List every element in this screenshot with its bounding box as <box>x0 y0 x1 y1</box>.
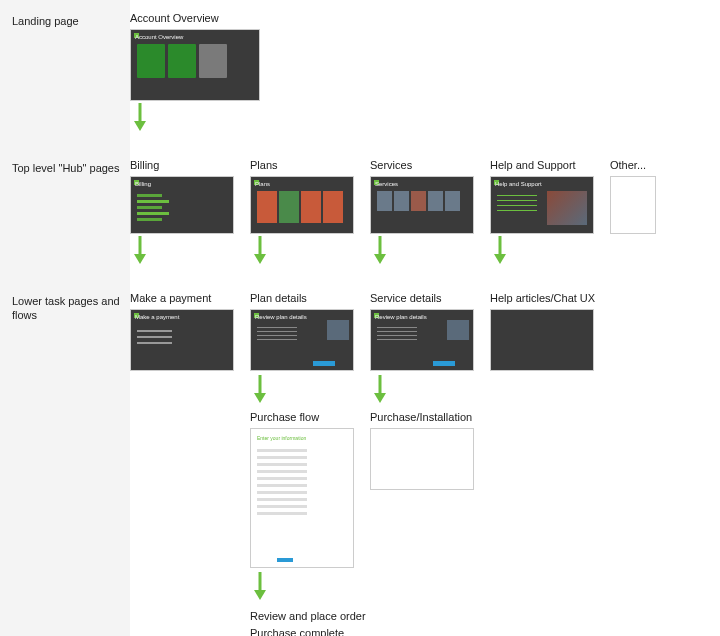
arrow-down-icon <box>250 236 270 264</box>
thumb-other <box>610 176 656 234</box>
thumb-payment: Make a payment <box>130 309 234 371</box>
thumb-billing: Billing <box>130 176 234 234</box>
svg-marker-15 <box>254 590 266 600</box>
task-purchase-install-title: Purchase/Installation <box>370 411 482 423</box>
row-label-hub: Top level "Hub" pages <box>0 147 130 280</box>
arrow-down-icon <box>250 375 270 403</box>
arrow-down-icon <box>130 236 150 264</box>
svg-marker-3 <box>134 254 146 264</box>
hub-services-title: Services <box>370 159 482 171</box>
thumb-help-articles <box>490 309 594 371</box>
svg-marker-13 <box>374 393 386 403</box>
hub-billing-title: Billing <box>130 159 242 171</box>
svg-marker-7 <box>374 254 386 264</box>
thumb-services: Services <box>370 176 474 234</box>
thumb-header-text: Account Overview <box>135 34 183 40</box>
hub-other-title: Other... <box>610 159 656 171</box>
sub-review-order: Review and place order <box>250 608 482 625</box>
arrow-down-icon <box>250 572 270 600</box>
task-purchase-flow-title: Purchase flow <box>250 411 362 423</box>
arrow-down-icon <box>490 236 510 264</box>
thumb-purchase-flow: Enter your information <box>250 428 354 568</box>
svg-marker-11 <box>254 393 266 403</box>
hub-plans-title: Plans <box>250 159 362 171</box>
svg-marker-5 <box>254 254 266 264</box>
arrow-down-icon <box>130 103 150 131</box>
svg-marker-1 <box>134 121 146 131</box>
thumb-plan-details: Review plan details <box>250 309 354 371</box>
hub-help-title: Help and Support <box>490 159 602 171</box>
sub-purchase-complete: Purchase complete <box>250 625 482 637</box>
thumb-help: Help and Support <box>490 176 594 234</box>
thumb-purchase-install <box>370 428 474 490</box>
task-payment-title: Make a payment <box>130 292 242 304</box>
task-svc-details-title: Service details <box>370 292 482 304</box>
svg-marker-9 <box>494 254 506 264</box>
task-help-articles-title: Help articles/Chat UX <box>490 292 602 304</box>
thumb-plans: Plans <box>250 176 354 234</box>
task-plan-details-title: Plan details <box>250 292 362 304</box>
arrow-down-icon <box>370 236 390 264</box>
landing-title: Account Overview <box>130 12 720 24</box>
row-label-landing: Landing page <box>0 0 130 147</box>
thumb-account-overview: Account Overview <box>130 29 260 101</box>
row-label-task: Lower task pages and flows <box>0 280 130 636</box>
thumb-service-details: Review plan details <box>370 309 474 371</box>
arrow-down-icon <box>370 375 390 403</box>
